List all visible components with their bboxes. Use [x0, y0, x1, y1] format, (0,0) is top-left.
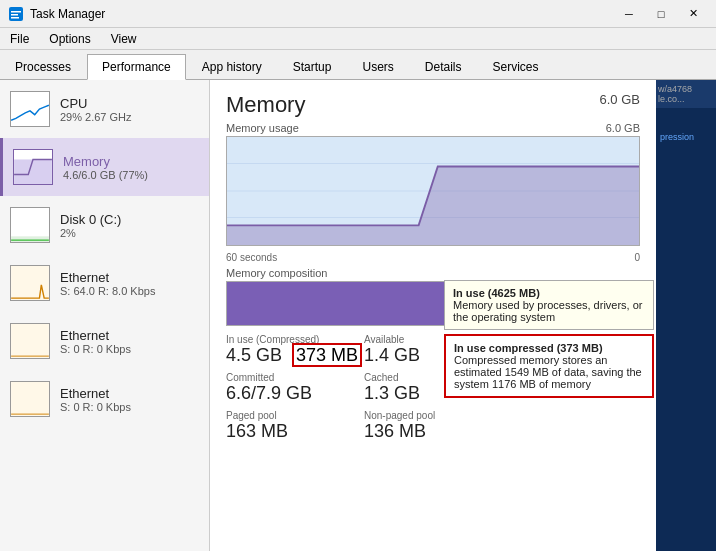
disk-sub: 2%	[60, 227, 199, 239]
memory-usage-section: Memory usage 6.0 GB	[226, 122, 640, 246]
restore-button[interactable]: □	[646, 4, 676, 24]
svg-rect-4	[14, 159, 52, 184]
sidebar-item-memory[interactable]: Memory 4.6/6.0 GB (77%)	[0, 138, 209, 196]
composition-label: Memory composition	[226, 267, 640, 279]
stat-paged-pool: Paged pool 163 MB	[226, 410, 364, 442]
disk-mini-graph	[10, 207, 50, 243]
sidebar-item-disk[interactable]: Disk 0 (C:) 2%	[0, 196, 209, 254]
title-bar-controls: ─ □ ✕	[614, 4, 708, 24]
svg-rect-7	[11, 324, 49, 358]
memory-usage-label: Memory usage 6.0 GB	[226, 122, 640, 134]
close-button[interactable]: ✕	[678, 4, 708, 24]
ethernet2-info: Ethernet S: 0 R: 0 Kbps	[60, 328, 199, 355]
memory-name: Memory	[63, 154, 199, 169]
sidebar-item-ethernet3[interactable]: Ethernet S: 0 R: 0 Kbps	[0, 370, 209, 428]
ethernet1-mini-graph	[10, 265, 50, 301]
right-panel-url: w/a4768 le.co...	[656, 80, 716, 108]
menu-view[interactable]: View	[101, 28, 147, 49]
memory-mini-graph	[13, 149, 53, 185]
memory-sub: 4.6/6.0 GB (77%)	[63, 169, 199, 181]
svg-rect-9	[11, 382, 49, 416]
ethernet3-mini-graph	[10, 381, 50, 417]
disk-info: Disk 0 (C:) 2%	[60, 212, 199, 239]
right-panel-text: pression	[660, 132, 712, 142]
tab-processes[interactable]: Processes	[0, 53, 86, 79]
tab-bar: Processes Performance App history Startu…	[0, 50, 716, 80]
sidebar-item-ethernet2[interactable]: Ethernet S: 0 R: 0 Kbps	[0, 312, 209, 370]
ethernet1-info: Ethernet S: 64.0 R: 8.0 Kbps	[60, 270, 199, 297]
detail-header: Memory 6.0 GB	[226, 92, 640, 118]
disk-name: Disk 0 (C:)	[60, 212, 199, 227]
tab-users[interactable]: Users	[347, 53, 408, 79]
sidebar-item-cpu[interactable]: CPU 29% 2.67 GHz	[0, 80, 209, 138]
tooltip-compressed: In use compressed (373 MB) Compressed me…	[444, 334, 654, 398]
main-content: CPU 29% 2.67 GHz Memory 4.6/6.0 GB (77%)	[0, 80, 716, 551]
right-panel-content: pression	[656, 108, 716, 551]
ethernet1-sub: S: 64.0 R: 8.0 Kbps	[60, 285, 199, 297]
ethernet2-mini-graph	[10, 323, 50, 359]
minimize-button[interactable]: ─	[614, 4, 644, 24]
title-bar: Task Manager ─ □ ✕	[0, 0, 716, 28]
cpu-info: CPU 29% 2.67 GHz	[60, 96, 199, 123]
menu-options[interactable]: Options	[39, 28, 100, 49]
detail-total: 6.0 GB	[600, 92, 640, 107]
tooltip-in-use: In use (4625 MB) Memory used by processe…	[444, 280, 654, 330]
tab-services[interactable]: Services	[478, 53, 554, 79]
sidebar-item-ethernet1[interactable]: Ethernet S: 64.0 R: 8.0 Kbps	[0, 254, 209, 312]
tab-details[interactable]: Details	[410, 53, 477, 79]
cpu-sub: 29% 2.67 GHz	[60, 111, 199, 123]
tooltip-container: In use (4625 MB) Memory used by processe…	[444, 280, 654, 402]
detail-panel: Memory 6.0 GB Memory usage 6.0 GB	[210, 80, 656, 551]
right-panel: w/a4768 le.co... pression	[656, 80, 716, 551]
stat-committed: Committed 6.6/7.9 GB	[226, 372, 364, 404]
svg-rect-3	[11, 17, 19, 19]
ethernet2-sub: S: 0 R: 0 Kbps	[60, 343, 199, 355]
cpu-name: CPU	[60, 96, 199, 111]
cpu-mini-graph	[10, 91, 50, 127]
ethernet1-name: Ethernet	[60, 270, 199, 285]
tab-startup[interactable]: Startup	[278, 53, 347, 79]
tab-app-history[interactable]: App history	[187, 53, 277, 79]
sidebar: CPU 29% 2.67 GHz Memory 4.6/6.0 GB (77%)	[0, 80, 210, 551]
detail-title: Memory	[226, 92, 305, 118]
stat-in-use: In use (Compressed) 4.5 GB 373 MB	[226, 334, 364, 366]
app-icon	[8, 6, 24, 22]
memory-info: Memory 4.6/6.0 GB (77%)	[63, 154, 199, 181]
ethernet3-info: Ethernet S: 0 R: 0 Kbps	[60, 386, 199, 413]
memory-usage-chart	[226, 136, 640, 246]
ethernet3-name: Ethernet	[60, 386, 199, 401]
stat-non-paged-pool: Non-paged pool 136 MB	[364, 410, 502, 442]
ethernet2-name: Ethernet	[60, 328, 199, 343]
chart-time-label: 60 seconds 0	[226, 252, 640, 263]
svg-rect-2	[11, 14, 18, 16]
menu-file[interactable]: File	[0, 28, 39, 49]
svg-rect-5	[11, 236, 49, 242]
svg-rect-1	[11, 11, 21, 13]
ethernet3-sub: S: 0 R: 0 Kbps	[60, 401, 199, 413]
menu-bar: File Options View	[0, 28, 716, 50]
tab-performance[interactable]: Performance	[87, 54, 186, 80]
compressed-value: 373 MB	[292, 343, 362, 367]
title-bar-title: Task Manager	[30, 7, 614, 21]
